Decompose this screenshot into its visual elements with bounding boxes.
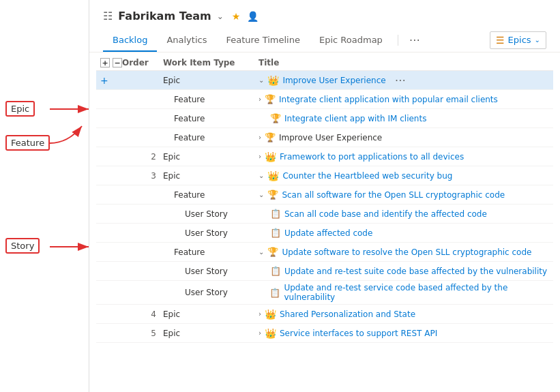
tab-epic-roadmap[interactable]: Epic Roadmap: [310, 29, 392, 52]
chevron-down-icon[interactable]: ⌄: [259, 191, 264, 198]
row-type: User Story: [163, 209, 259, 219]
chevron-right-icon[interactable]: ›: [259, 95, 261, 103]
row-title: 📋 Scan all code base and identify the af…: [259, 209, 549, 219]
title-link[interactable]: Counter the Heartbleed web security bug: [282, 171, 452, 181]
tab-backlog[interactable]: Backlog: [103, 29, 157, 52]
title-link[interactable]: Update software to resolve the Open SLL …: [282, 247, 531, 257]
row-title: 📋 Update and re-test suite code base aff…: [259, 266, 549, 276]
row-type: Epic: [163, 152, 259, 162]
row-title: ⌄ 🏆 Scan all software for the Open SLL c…: [259, 190, 549, 200]
chevron-down-icon[interactable]: ⌄: [259, 248, 264, 256]
table-row: User Story 📋 Update affected code: [96, 224, 553, 243]
epic-icon: 👑: [267, 75, 279, 86]
header-row: ☷ Fabrikam Team ⌄ ★ 👤: [89, 0, 560, 28]
row-more-icon[interactable]: ⋯: [395, 74, 406, 87]
feature-icon: 🏆: [265, 94, 276, 104]
row-title: ⌄ 👑 Improve User Experience ⋯: [259, 74, 549, 87]
row-num: 3: [122, 171, 163, 181]
favorite-icon[interactable]: ★: [232, 11, 241, 22]
title-link[interactable]: Update and re-test service code based af…: [284, 283, 549, 302]
expand-all-icon[interactable]: +: [100, 58, 110, 67]
chevron-right-icon[interactable]: ›: [259, 134, 261, 141]
title-text: Improve User Experience: [279, 133, 382, 142]
row-num: 2: [122, 152, 163, 162]
epics-button[interactable]: ☰ Epics ⌄: [490, 31, 546, 49]
title-link[interactable]: Service interfaces to support REST API: [280, 329, 437, 338]
row-type: User Story: [163, 267, 259, 276]
table-row: Feature › 🏆 Integrate client application…: [96, 90, 553, 109]
feature-icon: 🏆: [270, 113, 281, 123]
row-title: › 👑 Service interfaces to support REST A…: [259, 328, 549, 339]
table-header: + − Order Work Item Type Title: [96, 52, 553, 71]
team-name: Fabrikam Team: [118, 10, 211, 22]
chevron-down-icon[interactable]: ⌄: [259, 172, 264, 179]
title-link[interactable]: Scan all code base and identify the affe…: [284, 209, 487, 219]
expand-collapse-icons: + −: [100, 58, 122, 67]
row-type: Feature: [163, 114, 259, 123]
main-container: Epic Feature Story ☷ Fabrikam Team ⌄ ★ 👤: [0, 0, 560, 392]
table-row: Feature › 🏆 Improve User Experience: [96, 128, 553, 147]
row-title: ⌄ 👑 Counter the Heartbleed web security …: [259, 170, 549, 181]
table-row: Feature ⌄ 🏆 Scan all software for the Op…: [96, 185, 553, 205]
row-title: 📋 Update and re-test service code based …: [259, 283, 549, 302]
row-title: ⌄ 🏆 Update software to resolve the Open …: [259, 247, 549, 257]
epic-icon: 👑: [265, 151, 276, 162]
row-title: 📋 Update affected code: [259, 228, 549, 238]
row-type: Feature: [163, 133, 259, 142]
chevron-down-icon[interactable]: ⌄: [259, 76, 264, 84]
row-title: › 🏆 Integrate client application with po…: [259, 94, 549, 104]
title-link[interactable]: Integrate client app with IM clients: [284, 114, 426, 123]
title-link[interactable]: Update affected code: [284, 228, 372, 238]
row-type: Feature: [163, 95, 259, 104]
table-row: User Story 📋 Update and re-test service …: [96, 281, 553, 305]
row-plus-icon[interactable]: +: [100, 75, 122, 86]
table-row: User Story 📋 Update and re-test suite co…: [96, 262, 553, 281]
title-link[interactable]: Improve User Experience: [282, 76, 385, 85]
tab-feature-timeline[interactable]: Feature Timeline: [216, 29, 310, 52]
story-icon: 📋: [270, 209, 281, 219]
epics-icon: ☰: [496, 35, 505, 46]
row-type: Epic: [163, 329, 259, 338]
title-link[interactable]: Shared Personalization and State: [280, 310, 415, 319]
feature-icon: 🏆: [265, 132, 276, 142]
title-link[interactable]: Integrate client application with popula…: [279, 95, 498, 104]
annotation-feature: Feature: [5, 135, 50, 151]
title-link[interactable]: Framework to port applications to all de…: [280, 152, 464, 162]
table-area: + − Order Work Item Type Title + Epic ⌄ …: [89, 52, 560, 343]
table-row: + Epic ⌄ 👑 Improve User Experience ⋯: [96, 71, 553, 90]
annotation-story: Story: [5, 238, 40, 254]
row-type: Epic: [163, 171, 259, 181]
row-num: 5: [122, 329, 163, 338]
story-icon: 📋: [269, 288, 280, 298]
feature-icon: 🏆: [267, 247, 278, 257]
row-type: Feature: [163, 190, 259, 200]
table-row: 4 Epic › 👑 Shared Personalization and St…: [96, 305, 553, 324]
title-link[interactable]: Update and re-test suite code base affec…: [284, 267, 547, 276]
row-type: Feature: [163, 247, 259, 257]
person-icon[interactable]: 👤: [247, 11, 259, 22]
feature-icon: 🏆: [267, 190, 278, 200]
story-icon: 📋: [270, 266, 281, 276]
title-header: Title: [259, 58, 549, 67]
row-num: 4: [122, 310, 163, 319]
tab-analytics[interactable]: Analytics: [157, 29, 216, 52]
chevron-right-icon[interactable]: ›: [259, 329, 261, 337]
tabs-row: Backlog Analytics Feature Timeline Epic …: [89, 28, 560, 52]
epic-icon: 👑: [267, 170, 279, 181]
team-icon: ☷: [103, 10, 113, 22]
annotation-epic: Epic: [5, 101, 35, 117]
chevron-right-icon[interactable]: ›: [259, 153, 261, 160]
more-tabs-button[interactable]: ⋯: [404, 28, 426, 52]
order-header: Order: [122, 58, 163, 67]
row-title: 🏆 Integrate client app with IM clients: [259, 113, 549, 123]
collapse-all-icon[interactable]: −: [113, 58, 122, 67]
chevron-right-icon[interactable]: ›: [259, 310, 261, 318]
team-chevron-icon[interactable]: ⌄: [217, 12, 224, 21]
title-link[interactable]: Scan all software for the Open SLL crypt…: [282, 190, 505, 200]
story-icon: 📋: [270, 228, 281, 238]
table-row: 2 Epic › 👑 Framework to port application…: [96, 147, 553, 166]
row-type: User Story: [163, 288, 259, 297]
row-type: Epic: [163, 76, 259, 85]
row-title: › 👑 Framework to port applications to al…: [259, 151, 549, 162]
tab-separator: [398, 35, 398, 46]
